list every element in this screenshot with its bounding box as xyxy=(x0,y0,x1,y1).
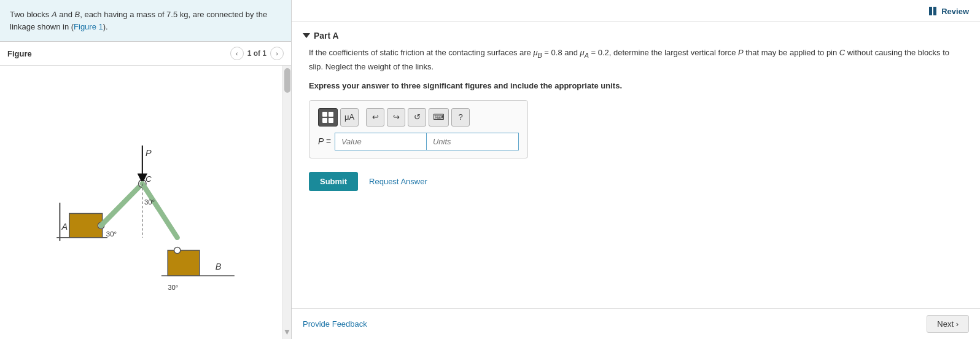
svg-line-32 xyxy=(168,275,174,282)
footer-row: Provide Feedback Next › xyxy=(292,308,980,339)
svg-text:P: P xyxy=(146,148,152,158)
svg-line-6 xyxy=(82,237,88,244)
refresh-button[interactable]: ↺ xyxy=(408,108,426,127)
svg-line-27 xyxy=(142,183,177,237)
svg-line-37 xyxy=(200,275,206,282)
part-label: Part A xyxy=(314,31,339,41)
problem-text: Two blocks A and B, each having a mass o… xyxy=(10,10,267,31)
keyboard-icon: ⌨ xyxy=(433,112,445,122)
figure-area: A 30° C P xyxy=(0,66,291,339)
svg-line-21 xyxy=(101,183,142,225)
review-label: Review xyxy=(941,7,969,16)
provide-feedback-link[interactable]: Provide Feedback xyxy=(303,319,367,329)
svg-rect-48 xyxy=(933,7,936,15)
problem-statement: Two blocks A and B, each having a mass o… xyxy=(0,0,291,42)
action-row: Submit Request Answer xyxy=(309,172,963,191)
redo-button[interactable]: ↪ xyxy=(387,108,405,127)
right-panel: Review Part A If the coefficients of sta… xyxy=(292,0,980,339)
figure-nav: ‹ 1 of 1 › xyxy=(230,47,284,60)
svg-line-35 xyxy=(187,275,193,282)
bookmark-icon xyxy=(928,6,937,18)
svg-rect-42 xyxy=(168,250,200,275)
svg-line-3 xyxy=(63,237,69,244)
svg-line-7 xyxy=(88,237,95,244)
input-row: P = xyxy=(318,133,519,150)
svg-line-9 xyxy=(101,237,107,244)
figure-label: Figure xyxy=(7,49,32,58)
svg-line-41 xyxy=(225,275,231,282)
figure-diagram: A 30° C P xyxy=(29,111,262,295)
answer-box: μΑ ↩ ↪ ↺ ⌨ ? xyxy=(309,100,528,158)
svg-text:B: B xyxy=(216,261,222,271)
undo-icon: ↩ xyxy=(372,112,379,122)
grid-button[interactable] xyxy=(318,108,338,127)
svg-line-31 xyxy=(161,275,168,282)
next-button[interactable]: Next › xyxy=(927,315,969,333)
figure-header: Figure ‹ 1 of 1 › xyxy=(0,42,291,66)
svg-line-34 xyxy=(181,275,187,282)
review-link[interactable]: Review xyxy=(928,7,969,16)
part-header: Part A xyxy=(292,22,980,47)
refresh-icon: ↺ xyxy=(414,112,421,122)
svg-text:30°: 30° xyxy=(106,230,117,237)
svg-rect-47 xyxy=(929,7,932,15)
svg-point-43 xyxy=(174,247,181,253)
scroll-thumb xyxy=(284,68,290,93)
svg-text:A: A xyxy=(61,222,68,232)
request-answer-link[interactable]: Request Answer xyxy=(369,177,427,186)
left-panel: Two blocks A and B, each having a mass o… xyxy=(0,0,292,339)
figure-page: 1 of 1 xyxy=(247,49,266,58)
svg-line-33 xyxy=(174,275,181,282)
mu-button[interactable]: μΑ xyxy=(340,108,359,127)
triangle-down-icon[interactable] xyxy=(303,33,310,38)
svg-line-8 xyxy=(95,237,101,244)
figure-prev-button[interactable]: ‹ xyxy=(230,47,244,60)
content-area: If the coefficients of static friction a… xyxy=(292,47,980,308)
units-input[interactable] xyxy=(427,133,519,150)
value-input[interactable] xyxy=(335,133,427,150)
svg-text:C: C xyxy=(146,174,152,183)
svg-line-4 xyxy=(69,237,76,244)
svg-line-5 xyxy=(76,237,82,244)
svg-text:30°: 30° xyxy=(168,283,178,290)
toolbar: μΑ ↩ ↪ ↺ ⌨ ? xyxy=(318,108,519,127)
svg-line-30 xyxy=(155,275,161,282)
redo-icon: ↪ xyxy=(393,112,400,122)
svg-line-38 xyxy=(206,275,212,282)
grid-icon xyxy=(322,112,333,123)
svg-line-39 xyxy=(212,275,219,282)
svg-rect-10 xyxy=(69,213,103,237)
instruction-text: Express your answer to three significant… xyxy=(309,81,963,90)
p-label: P = xyxy=(318,136,331,146)
svg-line-1 xyxy=(50,237,56,244)
scrollbar[interactable]: ▼ xyxy=(282,66,291,339)
problem-description: If the coefficients of static friction a… xyxy=(309,47,963,74)
mu-label: μΑ xyxy=(344,112,354,122)
help-button[interactable]: ? xyxy=(451,108,470,127)
figure-link[interactable]: Figure 1 xyxy=(74,22,103,31)
review-section: Review xyxy=(292,0,980,21)
svg-line-40 xyxy=(219,275,225,282)
figure-next-button[interactable]: › xyxy=(270,47,284,60)
keyboard-button[interactable]: ⌨ xyxy=(429,108,449,127)
submit-button[interactable]: Submit xyxy=(309,172,358,191)
svg-line-36 xyxy=(193,275,200,282)
undo-button[interactable]: ↩ xyxy=(366,108,384,127)
help-icon: ? xyxy=(459,112,463,122)
svg-text:30°: 30° xyxy=(144,198,155,206)
